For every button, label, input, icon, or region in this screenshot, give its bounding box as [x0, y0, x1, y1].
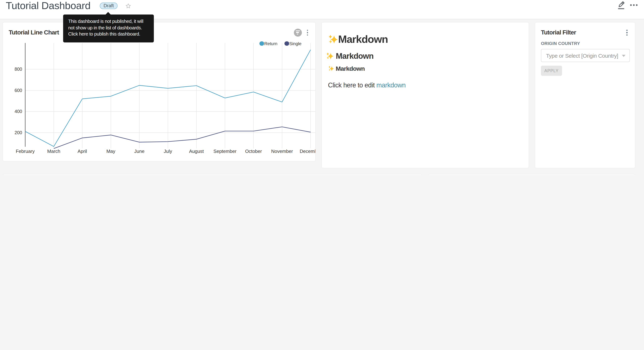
svg-text:800: 800 — [14, 66, 22, 72]
svg-text:February: February — [16, 148, 35, 154]
svg-text:November: November — [271, 148, 293, 154]
svg-text:400: 400 — [14, 109, 22, 114]
svg-text:December: December — [300, 148, 316, 154]
svg-text:September: September — [214, 148, 237, 154]
svg-text:March: March — [47, 148, 60, 154]
svg-text:600: 600 — [14, 88, 22, 93]
svg-text:May: May — [106, 148, 115, 154]
svg-text:August: August — [189, 148, 204, 154]
svg-text:June: June — [134, 148, 144, 154]
svg-text:April: April — [78, 148, 87, 154]
svg-text:200: 200 — [14, 130, 22, 135]
svg-text:July: July — [164, 148, 172, 154]
svg-text:October: October — [245, 148, 262, 154]
